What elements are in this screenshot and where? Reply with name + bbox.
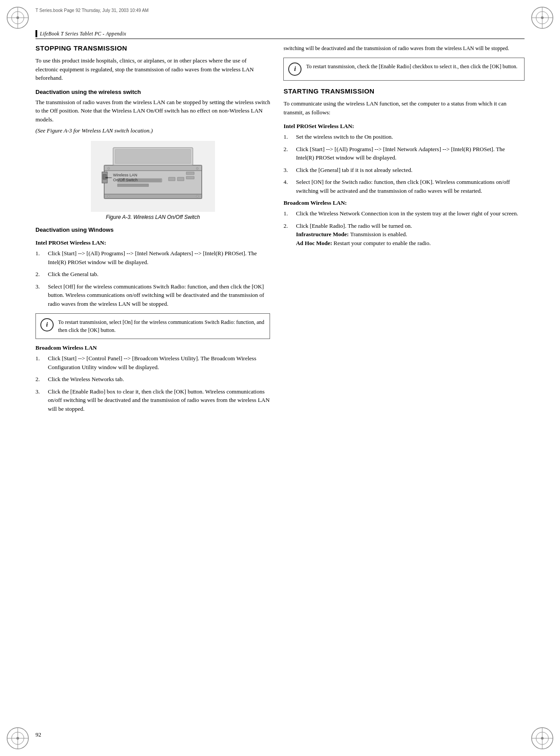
stopping-intro: To use this product inside hospitals, cl… xyxy=(35,56,270,82)
step-text: Set the wireless switch to the On positi… xyxy=(296,132,525,141)
top-meta-text: T Series.book Page 92 Thursday, July 31,… xyxy=(35,8,149,13)
list-item: 2. Click the Wireless Networks tab. xyxy=(35,375,270,384)
svg-point-19 xyxy=(541,737,544,740)
step-text: Click [Start] --> [Control Panel] --> [B… xyxy=(48,354,270,371)
figure-container: Wireless LAN On/Off Switch Figure A-3. W… xyxy=(35,141,270,220)
step-number: 3. xyxy=(35,387,44,413)
list-item: 3. Select [Off] for the wireless communi… xyxy=(35,282,270,308)
stopping-transmission-title: STOPPING TRANSMISSION xyxy=(35,44,270,52)
intel-proset-heading-left: Intel PROSet Wireless LAN: xyxy=(35,239,270,246)
list-item: 2. Click the General tab. xyxy=(35,270,270,279)
header-content: LifeBook T Series Tablet PC - Appendix xyxy=(35,30,525,37)
step-number: 2. xyxy=(35,270,44,279)
svg-point-39 xyxy=(107,195,110,198)
list-item: 3. Click the [Enable Radio] box to clear… xyxy=(35,387,270,413)
step-number: 2. xyxy=(283,222,292,248)
svg-rect-22 xyxy=(104,165,202,171)
figure-image: Wireless LAN On/Off Switch xyxy=(91,141,215,212)
info-icon-right-top: i xyxy=(288,62,302,76)
step-number: 1. xyxy=(283,209,292,218)
svg-text:On/Off Switch: On/Off Switch xyxy=(113,178,137,182)
info-box-left: i To restart transmission, select [On] f… xyxy=(35,313,270,339)
info-icon-left: i xyxy=(40,318,54,331)
corner-decoration-bl xyxy=(4,725,31,752)
corner-decoration-tr xyxy=(529,4,556,31)
step-number: 2. xyxy=(35,375,44,384)
step-text: Click the Wireless Network Connection ic… xyxy=(296,209,525,218)
deactivation-windows-heading: Deactivation using Windows xyxy=(35,226,270,233)
svg-rect-25 xyxy=(103,174,106,179)
list-item: 3. Click the [General] tab if it is not … xyxy=(283,166,525,175)
step-number: 3. xyxy=(283,166,292,175)
step-text: Select [ON] for the Switch radio: functi… xyxy=(296,178,525,195)
step-text: Click [Start] --> [(All) Programs] --> [… xyxy=(48,249,270,266)
intel-proset-heading-right: Intel PROSet Wireless LAN: xyxy=(283,123,525,130)
svg-point-4 xyxy=(16,16,19,19)
svg-rect-32 xyxy=(186,176,194,179)
left-column: STOPPING TRANSMISSION To use this produc… xyxy=(35,44,270,721)
step-text: Click [Start] --> [(All) Programs] --> [… xyxy=(296,145,525,162)
step-text: Click the [General] tab if it is not alr… xyxy=(296,166,525,175)
corner-decoration-tl xyxy=(4,4,31,31)
header-rule xyxy=(35,39,525,39)
info-box-right-top: i To restart transmission, check the [En… xyxy=(283,58,525,81)
svg-point-9 xyxy=(541,16,544,19)
list-item: 2. Click [Start] --> [(All) Programs] --… xyxy=(283,145,525,162)
svg-point-40 xyxy=(196,195,198,198)
list-item: 4. Select [ON] for the Switch radio: fun… xyxy=(283,178,525,195)
header-text: LifeBook T Series Tablet PC - Appendix xyxy=(40,31,126,36)
intel-steps-right: 1. Set the wireless switch to the On pos… xyxy=(283,132,525,195)
svg-rect-30 xyxy=(117,184,149,187)
step-number: 2. xyxy=(283,145,292,162)
broadcom-heading-right: Broadcom Wireless LAN: xyxy=(283,199,525,207)
list-item: 1. Click [Start] --> [(All) Programs] --… xyxy=(35,249,270,266)
list-item: 1. Click [Start] --> [Control Panel] -->… xyxy=(35,354,270,371)
svg-rect-29 xyxy=(177,177,184,181)
broadcom-heading-left: Broadcom Wireless LAN xyxy=(35,344,270,351)
svg-point-38 xyxy=(196,168,198,170)
svg-rect-23 xyxy=(104,194,202,199)
svg-point-14 xyxy=(16,737,19,740)
svg-text:Wireless LAN: Wireless LAN xyxy=(113,173,137,177)
deactivation-wireless-text: The transmission of radio waves from the… xyxy=(35,98,270,124)
step-text: Select [Off] for the wireless communicat… xyxy=(48,282,270,308)
starting-transmission-title: STARTING TRANSMISSION xyxy=(283,87,525,95)
svg-rect-42 xyxy=(115,149,191,164)
right-top-info: switching will be deactivated and the tr… xyxy=(283,44,525,52)
step-text: Click [Enable Radio]. The radio will be … xyxy=(296,222,525,248)
step-text: Click the [Enable Radio] box to clear it… xyxy=(48,387,270,413)
step-number: 4. xyxy=(283,178,292,195)
top-meta: T Series.book Page 92 Thursday, July 31,… xyxy=(35,8,525,13)
header-area: LifeBook T Series Tablet PC - Appendix xyxy=(35,30,525,39)
figure-caption: Figure A-3. Wireless LAN On/Off Switch xyxy=(106,214,200,220)
starting-intro: To communicate using the wireless LAN fu… xyxy=(283,99,525,117)
page-number: 92 xyxy=(35,731,41,738)
right-column: switching will be deactivated and the tr… xyxy=(283,44,525,721)
step-number: 1. xyxy=(283,132,292,141)
corner-decoration-br xyxy=(529,725,556,752)
step-number: 1. xyxy=(35,354,44,371)
svg-rect-31 xyxy=(186,172,194,175)
figure-note: (See Figure A-3 for Wireless LAN switch … xyxy=(35,127,270,134)
header-tick xyxy=(35,30,37,37)
page: T Series.book Page 92 Thursday, July 31,… xyxy=(0,0,560,756)
info-text-right-top: To restart transmission, check the [Enab… xyxy=(306,62,517,70)
column-divider xyxy=(280,44,281,721)
step-number: 3. xyxy=(35,282,44,308)
step-text: Click the General tab. xyxy=(48,270,270,279)
list-item: 1. Set the wireless switch to the On pos… xyxy=(283,132,525,141)
svg-rect-28 xyxy=(168,177,175,181)
svg-point-37 xyxy=(107,168,110,170)
right-top-continuation: switching will be deactivated and the tr… xyxy=(283,44,525,52)
step-text: Click the Wireless Networks tab. xyxy=(48,375,270,384)
intel-steps-left: 1. Click [Start] --> [(All) Programs] --… xyxy=(35,249,270,308)
list-item: 2. Click [Enable Radio]. The radio will … xyxy=(283,222,525,248)
step-number: 1. xyxy=(35,249,44,266)
broadcom-steps-left: 1. Click [Start] --> [Control Panel] -->… xyxy=(35,354,270,413)
info-text-left: To restart transmission, select [On] for… xyxy=(58,318,265,334)
broadcom-steps-right: 1. Click the Wireless Network Connection… xyxy=(283,209,525,247)
deactivation-wireless-heading: Deactivation using the wireless switch xyxy=(35,89,270,95)
list-item: 1. Click the Wireless Network Connection… xyxy=(283,209,525,218)
